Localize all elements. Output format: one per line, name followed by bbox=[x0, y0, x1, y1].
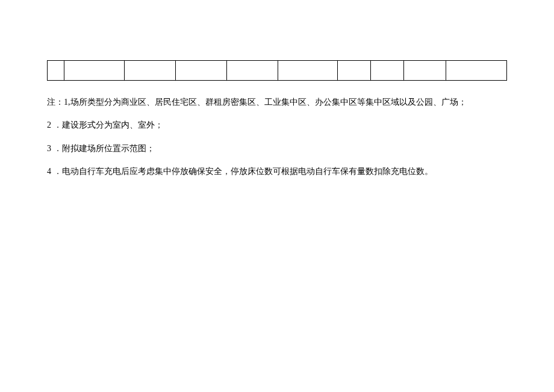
table-row bbox=[47, 60, 507, 81]
note-item-2: 2 ．建设形式分为室内、室外； bbox=[47, 114, 507, 136]
table-cell bbox=[227, 61, 278, 80]
table-cell bbox=[48, 61, 64, 80]
document-content: 注：1,场所类型分为商业区、居民住宅区、群租房密集区、工业集中区、办公集中区等集… bbox=[0, 0, 554, 183]
table-cell bbox=[446, 61, 506, 80]
table-cell bbox=[338, 61, 371, 80]
note-item-3: 3 ．附拟建场所位置示范图； bbox=[47, 138, 507, 160]
table-cell bbox=[64, 61, 125, 80]
table-cell bbox=[371, 61, 404, 80]
notes-section: 注：1,场所类型分为商业区、居民住宅区、群租房密集区、工业集中区、办公集中区等集… bbox=[47, 92, 507, 183]
note-item-1: 注：1,场所类型分为商业区、居民住宅区、群租房密集区、工业集中区、办公集中区等集… bbox=[47, 92, 507, 113]
table-cell bbox=[278, 61, 338, 80]
table-cell bbox=[176, 61, 227, 80]
table-cell bbox=[404, 61, 446, 80]
note-item-4: 4 ．电动自行车充电后应考虑集中停放确保安全，停放床位数可根据电动自行车保有量数… bbox=[47, 161, 507, 182]
table-cell bbox=[125, 61, 176, 80]
